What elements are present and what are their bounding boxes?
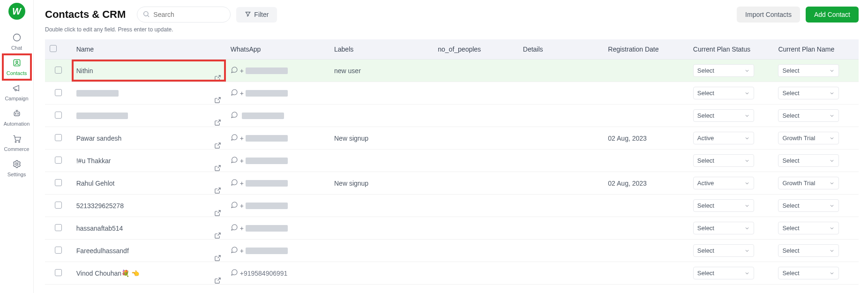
row-checkbox[interactable] <box>55 179 62 186</box>
plan-status-select[interactable]: Select <box>693 64 754 77</box>
row-checkbox[interactable] <box>55 202 62 209</box>
col-registration-date: Registration Date <box>603 39 688 60</box>
whatsapp-icon <box>231 201 238 210</box>
col-plan-name: Current Plan Name <box>773 39 859 60</box>
sidebar-item-automation[interactable]: Automation <box>3 105 31 130</box>
sidebar-item-label: Chat <box>11 45 22 51</box>
sidebar-item-chat[interactable]: Chat <box>3 29 31 54</box>
table-row[interactable]: +SelectSelect <box>45 82 859 105</box>
table-row[interactable]: Rahul Gehlot+New signup02 Aug, 2023Activ… <box>45 172 859 195</box>
row-checkbox[interactable] <box>55 134 62 141</box>
contact-name: Nithin <box>76 67 93 75</box>
row-checkbox[interactable] <box>55 67 62 74</box>
plan-name-value: Select <box>782 90 799 97</box>
contact-name: 5213329625278 <box>76 202 124 210</box>
table-row[interactable]: SelectSelect <box>45 105 859 127</box>
table-row[interactable]: Pawar sandesh+New signup02 Aug, 2023Acti… <box>45 127 859 150</box>
filter-button[interactable]: Filter <box>236 7 277 23</box>
sidebar-item-label: Commerce <box>4 146 30 152</box>
plan-name-select[interactable]: Select <box>778 64 839 77</box>
plan-status-value: Select <box>697 157 714 164</box>
plan-name-select[interactable]: Select <box>778 199 839 212</box>
plan-status-select[interactable]: Select <box>693 244 754 257</box>
plan-status-value: Select <box>697 67 714 74</box>
svg-point-6 <box>15 141 16 143</box>
svg-point-4 <box>15 113 16 114</box>
table-row[interactable]: Vinod Chouhan💐 👈+919584906991SelectSelec… <box>45 262 859 285</box>
plan-status-select[interactable]: Select <box>693 109 754 122</box>
row-checkbox[interactable] <box>55 247 62 254</box>
sidebar-item-label: Contacts <box>7 70 27 76</box>
row-checkbox[interactable] <box>55 112 62 119</box>
plan-name-select[interactable]: Select <box>778 154 839 167</box>
plan-name-value: Select <box>782 202 799 209</box>
select-all-checkbox[interactable] <box>50 45 57 52</box>
plan-name-select[interactable]: Select <box>778 267 839 279</box>
table-row[interactable]: !#u Thakkar+SelectSelect <box>45 150 859 172</box>
plan-status-select[interactable]: Select <box>693 87 754 99</box>
plan-name-value: Select <box>782 157 799 164</box>
whatsapp-icon <box>231 89 238 98</box>
import-contacts-button[interactable]: Import Contacts <box>737 7 800 23</box>
redacted-phone <box>246 158 288 164</box>
table-row[interactable]: Nithin+new userSelectSelect <box>45 60 859 82</box>
col-labels: Labels <box>329 39 433 60</box>
redacted-phone <box>246 68 288 74</box>
plan-status-select[interactable]: Select <box>693 199 754 212</box>
plan-name-select[interactable]: Growth Trial <box>778 132 839 144</box>
redacted-phone <box>246 203 288 209</box>
sidebar-item-label: Campaign <box>5 96 28 101</box>
plan-name-select[interactable]: Select <box>778 109 839 122</box>
sidebar-item-settings[interactable]: Settings <box>3 156 31 181</box>
whatsapp-prefix: + <box>240 180 244 187</box>
plan-name-value: Select <box>782 225 799 232</box>
table-row[interactable]: 5213329625278+SelectSelect <box>45 195 859 217</box>
row-checkbox[interactable] <box>55 269 62 276</box>
plan-name-select[interactable]: Select <box>778 87 839 99</box>
row-checkbox[interactable] <box>55 89 62 96</box>
whatsapp-icon <box>231 246 238 255</box>
plan-name-select[interactable]: Select <box>778 244 839 257</box>
plan-status-value: Select <box>697 247 714 254</box>
contact-name: Vinod Chouhan💐 👈 <box>76 270 139 277</box>
whatsapp-prefix: + <box>240 202 244 210</box>
svg-point-9 <box>144 11 148 15</box>
open-external-icon[interactable] <box>214 119 221 128</box>
open-external-icon[interactable] <box>214 277 221 285</box>
row-checkbox[interactable] <box>55 224 62 231</box>
whatsapp-icon <box>231 224 238 233</box>
plan-status-select[interactable]: Select <box>693 222 754 234</box>
plan-status-value: Active <box>697 180 714 187</box>
whatsapp-prefix: + <box>240 157 244 165</box>
table-row[interactable]: hassanaftab514+SelectSelect <box>45 217 859 240</box>
search-input[interactable] <box>137 7 231 23</box>
registration-date-value: 02 Aug, 2023 <box>608 135 647 142</box>
labels-value: New signup <box>334 180 368 187</box>
redacted-phone <box>246 180 288 187</box>
search-wrap <box>137 7 231 23</box>
plan-status-select[interactable]: Select <box>693 154 754 167</box>
col-whatsapp: WhatsApp <box>226 39 329 60</box>
table-row[interactable]: Fareedulhassandf+SelectSelect <box>45 240 859 262</box>
main-content: Contacts & CRM Filter Import Contacts Ad… <box>34 0 868 293</box>
plan-status-select[interactable]: Active <box>693 177 754 189</box>
plan-status-select[interactable]: Active <box>693 132 754 144</box>
page-title: Contacts & CRM <box>45 8 126 21</box>
sidebar-item-contacts[interactable]: Contacts <box>3 54 31 80</box>
whatsapp-icon <box>231 179 238 188</box>
plan-name-select[interactable]: Growth Trial <box>778 177 839 189</box>
app-logo: W <box>8 3 25 20</box>
plan-name-select[interactable]: Select <box>778 222 839 234</box>
open-external-icon[interactable] <box>214 97 221 105</box>
sidebar-item-campaign[interactable]: Campaign <box>3 80 31 105</box>
plan-status-select[interactable]: Select <box>693 267 754 279</box>
contact-name: Pawar sandesh <box>76 135 122 142</box>
whatsapp-prefix: + <box>240 225 244 232</box>
plan-name-value: Select <box>782 67 799 74</box>
add-contact-button[interactable]: Add Contact <box>806 7 859 23</box>
row-checkbox[interactable] <box>55 157 62 164</box>
search-icon <box>142 10 150 19</box>
labels-value: New signup <box>334 135 368 142</box>
header: Contacts & CRM Filter Import Contacts Ad… <box>45 0 859 23</box>
sidebar-item-commerce[interactable]: Commerce <box>3 130 31 156</box>
